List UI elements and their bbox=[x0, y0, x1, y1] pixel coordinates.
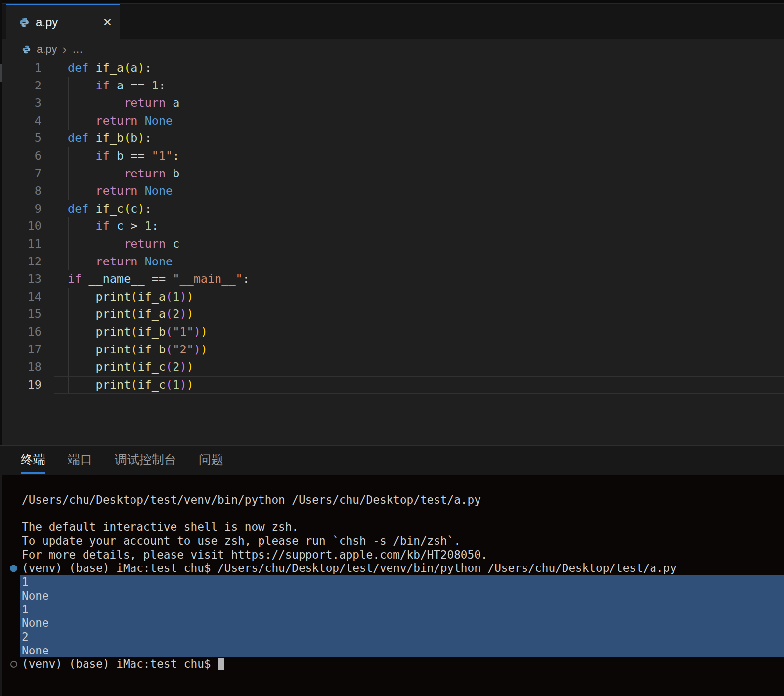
vscode-window: a.py ✕ a.py › … 1def if_a(a):2 if a == 1… bbox=[0, 0, 784, 696]
terminal-text: (venv) (base) iMac:test chu$ bbox=[22, 657, 218, 670]
code-lines: 1def if_a(a):2 if a == 1:3 return a4 ret… bbox=[0, 59, 784, 393]
titlebar bbox=[0, 0, 784, 4]
code-text: if __name__ == "__main__": bbox=[68, 270, 784, 288]
terminal-line: 1 bbox=[0, 575, 784, 589]
close-icon[interactable]: ✕ bbox=[103, 16, 112, 29]
terminal-cursor bbox=[218, 658, 224, 670]
terminal-text: For more details, please visit https://s… bbox=[22, 548, 487, 561]
line-number: 19 bbox=[0, 376, 42, 394]
code-text: if b == "1": bbox=[68, 147, 784, 165]
breadcrumb: a.py › … bbox=[22, 43, 83, 56]
line-number: 12 bbox=[0, 253, 42, 271]
python-icon bbox=[19, 17, 30, 28]
code-line[interactable]: 1def if_a(a): bbox=[0, 59, 784, 77]
code-line[interactable]: 17 print(if_b("2")) bbox=[0, 341, 784, 359]
tab-debug-console[interactable]: 调试控制台 bbox=[115, 447, 176, 474]
terminal-text: None bbox=[22, 616, 49, 629]
code-text: def if_c(c): bbox=[68, 200, 784, 218]
tab-label: a.py bbox=[36, 15, 58, 29]
code-text: return None bbox=[68, 112, 784, 130]
terminal-text: 2 bbox=[22, 630, 29, 643]
line-number: 9 bbox=[0, 200, 42, 218]
line-number: 10 bbox=[0, 218, 42, 235]
code-line[interactable]: 3 return a bbox=[0, 94, 784, 112]
code-line[interactable]: 10 if c > 1: bbox=[0, 218, 784, 235]
terminal-text: None bbox=[22, 644, 49, 657]
terminal-text: 1 bbox=[22, 603, 29, 616]
tab-ports[interactable]: 端口 bbox=[68, 447, 92, 474]
terminal-prompt-line: (venv) (base) iMac:test chu$ bbox=[0, 657, 784, 671]
terminal-line: The default interactive shell is now zsh… bbox=[0, 521, 784, 534]
terminal-line: None bbox=[0, 616, 784, 630]
code-line[interactable]: 12 return None bbox=[0, 253, 784, 271]
python-icon bbox=[22, 45, 31, 54]
line-number: 3 bbox=[0, 94, 42, 112]
terminal-text: To update your account to use zsh, pleas… bbox=[22, 534, 461, 547]
line-number: 1 bbox=[0, 59, 42, 77]
code-text: print(if_c(2)) bbox=[68, 358, 784, 376]
line-number: 4 bbox=[0, 112, 42, 130]
code-text: return a bbox=[68, 94, 784, 112]
editor-tab-bar: a.py ✕ bbox=[0, 4, 784, 39]
code-text: return b bbox=[68, 165, 784, 183]
code-line[interactable]: 4 return None bbox=[0, 112, 784, 130]
terminal-prompt-line: (venv) (base) iMac:test chu$ /Users/chu/… bbox=[0, 562, 784, 575]
breadcrumb-ellipsis[interactable]: … bbox=[72, 43, 83, 56]
tab-problems[interactable]: 问题 bbox=[199, 447, 223, 474]
code-text: return None bbox=[68, 253, 784, 271]
left-edge-strip bbox=[0, 0, 2, 445]
code-line[interactable]: 16 print(if_b("1")) bbox=[0, 323, 784, 341]
code-line[interactable]: 19 print(if_c(1)) bbox=[0, 376, 784, 394]
line-number: 8 bbox=[0, 182, 42, 200]
line-number: 14 bbox=[0, 288, 42, 306]
tab-a-py[interactable]: a.py ✕ bbox=[6, 4, 120, 39]
code-line[interactable]: 5def if_b(b): bbox=[0, 130, 784, 147]
line-number: 5 bbox=[0, 130, 42, 147]
tab-terminal[interactable]: 终端 bbox=[21, 447, 45, 474]
line-number: 13 bbox=[0, 270, 42, 288]
editor[interactable]: a.py › … 1def if_a(a):2 if a == 1:3 retu… bbox=[0, 39, 784, 445]
code-line[interactable]: 7 return b bbox=[0, 165, 784, 183]
code-line[interactable]: 13if __name__ == "__main__": bbox=[0, 270, 784, 288]
terminal-line: None bbox=[0, 589, 784, 603]
terminal-text: 1 bbox=[22, 575, 29, 588]
breadcrumb-file[interactable]: a.py bbox=[37, 43, 57, 56]
chevron-right-icon: › bbox=[63, 44, 67, 54]
code-line[interactable]: 9def if_c(c): bbox=[0, 200, 784, 218]
command-decoration-filled-icon[interactable] bbox=[10, 565, 17, 572]
terminal-line: To update your account to use zsh, pleas… bbox=[0, 534, 784, 548]
terminal-text: None bbox=[22, 589, 49, 602]
line-number: 17 bbox=[0, 341, 42, 359]
code-text: if c > 1: bbox=[68, 218, 784, 235]
line-number: 6 bbox=[0, 147, 42, 165]
terminal-rows: /Users/chu/Desktop/test/venv/bin/python … bbox=[0, 493, 784, 671]
scroll-indicator bbox=[0, 64, 2, 82]
line-number: 7 bbox=[0, 165, 42, 183]
command-decoration-hollow-icon[interactable] bbox=[10, 661, 17, 668]
terminal-line bbox=[0, 507, 784, 521]
bottom-panel: 终端 端口 调试控制台 问题 /Users/chu/Desktop/test/v… bbox=[0, 445, 784, 696]
code-line[interactable]: 18 print(if_c(2)) bbox=[0, 358, 784, 376]
line-number: 15 bbox=[0, 305, 42, 323]
line-number: 16 bbox=[0, 323, 42, 341]
line-number: 2 bbox=[0, 77, 42, 95]
code-text: print(if_b("1")) bbox=[68, 323, 784, 341]
code-line[interactable]: 8 return None bbox=[0, 182, 784, 200]
code-line[interactable]: 14 print(if_a(1)) bbox=[0, 288, 784, 306]
code-line[interactable]: 2 if a == 1: bbox=[0, 77, 784, 95]
code-text: def if_a(a): bbox=[68, 59, 784, 77]
terminal-text: The default interactive shell is now zsh… bbox=[22, 521, 299, 533]
code-line[interactable]: 11 return c bbox=[0, 235, 784, 253]
code-text: print(if_b("2")) bbox=[68, 341, 784, 359]
code-text: if a == 1: bbox=[68, 77, 784, 95]
terminal-line: For more details, please visit https://s… bbox=[0, 548, 784, 562]
terminal[interactable]: /Users/chu/Desktop/test/venv/bin/python … bbox=[0, 475, 784, 696]
code-text: def if_b(b): bbox=[68, 130, 784, 147]
code-line[interactable]: 6 if b == "1": bbox=[0, 147, 784, 165]
panel-tab-bar: 终端 端口 调试控制台 问题 bbox=[0, 446, 784, 474]
code-text: return c bbox=[68, 235, 784, 253]
terminal-line: 2 bbox=[0, 630, 784, 644]
terminal-text: (venv) (base) iMac:test chu$ /Users/chu/… bbox=[22, 562, 677, 574]
code-line[interactable]: 15 print(if_a(2)) bbox=[0, 305, 784, 323]
code-text: return None bbox=[68, 182, 784, 200]
